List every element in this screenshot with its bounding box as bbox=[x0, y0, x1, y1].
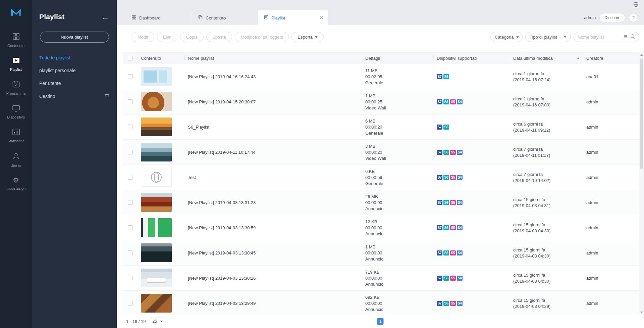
detail-duration: 00:00:00 bbox=[365, 225, 383, 231]
row-checkbox[interactable] bbox=[128, 301, 132, 306]
panel-item-playlist-personale[interactable]: playlist personale bbox=[39, 64, 109, 77]
playlist-name[interactable]: [New Playlist] 2019-04-03 13:30:59 bbox=[188, 225, 256, 230]
new-playlist-button[interactable]: Nuova playlist bbox=[40, 32, 109, 43]
close-tab-icon[interactable]: × bbox=[320, 15, 323, 20]
trash-icon[interactable] bbox=[105, 93, 109, 99]
content-grid-icon bbox=[12, 33, 20, 41]
table-row[interactable]: [New Playlist] 2019-04-03 13:30:45 1 MB … bbox=[123, 240, 639, 266]
playlist-thumbnail[interactable] bbox=[141, 92, 172, 111]
delete-button[interactable]: Elim bbox=[157, 32, 177, 42]
detail-type: Generale bbox=[365, 130, 383, 136]
result-range-label: 1 - 19 / 19 bbox=[126, 319, 146, 324]
scrollbar-thumb[interactable] bbox=[640, 58, 643, 169]
header-contenuto[interactable]: Contenuto bbox=[138, 52, 184, 64]
move-button[interactable]: Sposta bbox=[206, 32, 232, 42]
select-all-checkbox[interactable] bbox=[128, 56, 132, 60]
playlist-thumbnail[interactable] bbox=[141, 269, 172, 287]
playlist-type-filter-select[interactable]: Tipo di playlist bbox=[525, 32, 571, 42]
playlist-name[interactable]: [New Playlist] 2019-04-16 16:24:43 bbox=[188, 74, 256, 79]
sidebar-item-contenuto[interactable]: Contenuto bbox=[0, 28, 32, 52]
table-row[interactable]: [New Playlist] 2019-04-15 20:30:07 1 MB … bbox=[123, 89, 639, 114]
magicinfo-logo[interactable] bbox=[9, 7, 23, 19]
vertical-scrollbar[interactable] bbox=[639, 52, 644, 315]
list-filter-icon[interactable] bbox=[624, 34, 628, 40]
header-data-modifica[interactable]: Data ultima modifica bbox=[510, 52, 583, 64]
playlist-name[interactable]: [New Playlist] 2019-04-03 13:31:23 bbox=[188, 200, 256, 205]
tab-dashboard[interactable]: Dashboard bbox=[126, 10, 192, 25]
copy-button[interactable]: Copia bbox=[180, 32, 204, 42]
detail-type: Generale bbox=[365, 181, 383, 186]
table-row[interactable]: [New Playlist] 2019-04-03 13:30:59 12 KB… bbox=[123, 215, 639, 240]
table-row[interactable]: [New Playlist] 2019-04-16 16:24:43 11 MB… bbox=[123, 64, 639, 89]
device-badge-s4: S4 bbox=[457, 99, 463, 104]
playlist-name[interactable]: [New Playlist] 2019-04-03 13:29:49 bbox=[188, 301, 256, 306]
playlist-name[interactable]: S6_Playlist bbox=[188, 125, 209, 130]
sidebar-item-playlist[interactable]: Playlist bbox=[0, 52, 32, 76]
header-dettagli[interactable]: Dettagli bbox=[362, 52, 433, 64]
table-header: Contenuto Nome playlist Dettagli Disposi… bbox=[123, 52, 639, 64]
panel-item-label: playlist personale bbox=[39, 68, 75, 73]
modified-date: (2019-04-16 07:00) bbox=[513, 102, 550, 108]
row-checkbox[interactable] bbox=[128, 250, 132, 255]
playlist-name[interactable]: [New Playlist] 2019-04-03 13:30:45 bbox=[188, 250, 256, 255]
row-checkbox[interactable] bbox=[128, 276, 132, 280]
header-nome-playlist[interactable]: Nome playlist bbox=[184, 52, 362, 64]
panel-item-cestino[interactable]: Cestino bbox=[39, 90, 109, 103]
modify-button[interactable]: Modif bbox=[131, 32, 154, 42]
tab-contenuto[interactable]: Contenuto bbox=[192, 10, 258, 25]
table-row[interactable]: [New Playlist] 2019-04-11 10:17:44 3 MB … bbox=[123, 140, 639, 165]
playlist-thumbnail[interactable] bbox=[141, 143, 172, 161]
scroll-up-arrow[interactable] bbox=[639, 52, 644, 57]
sidebar-item-dispositivo[interactable]: Dispositivo bbox=[0, 100, 32, 124]
playlist-thumbnail[interactable] bbox=[141, 294, 172, 313]
sidebar-item-utente[interactable]: Utente bbox=[0, 148, 32, 172]
detail-size: 12 KB bbox=[365, 219, 383, 225]
multi-edit-button[interactable]: Modifica di più oggetti bbox=[235, 32, 289, 42]
table-row[interactable]: S6_Playlist 6 MB 00:00:20 Generale S7S6 … bbox=[123, 114, 639, 140]
panel-item-tutte-le-playlist[interactable]: Tutte le playlist bbox=[39, 51, 109, 64]
device-badges: S7S6S5S4 bbox=[437, 250, 464, 255]
sort-ascending-icon[interactable] bbox=[577, 57, 580, 59]
playlist-thumbnail[interactable] bbox=[141, 67, 172, 86]
row-checkbox[interactable] bbox=[128, 175, 132, 180]
playlist-thumbnail[interactable] bbox=[141, 243, 172, 262]
table-row[interactable]: [New Playlist] 2019-04-03 13:29:49 682 K… bbox=[123, 291, 639, 315]
sidebar-item-programma[interactable]: Programma bbox=[0, 76, 32, 100]
playlist-thumbnail[interactable] bbox=[141, 218, 172, 237]
header-creatore[interactable]: Creatore bbox=[583, 52, 639, 64]
header-dispositivi[interactable]: Dispositivi supportati bbox=[433, 52, 510, 64]
playlist-name[interactable]: [New Playlist] 2019-04-15 20:30:07 bbox=[188, 99, 256, 104]
tab-playlist[interactable]: Playlist × bbox=[258, 10, 328, 25]
playlist-thumbnail[interactable] bbox=[141, 193, 172, 212]
table-row[interactable]: Test 6 KB 00:00:59 Generale S7S6S5S4 cir… bbox=[123, 165, 639, 190]
row-checkbox[interactable] bbox=[128, 150, 132, 154]
playlist-thumbnail[interactable] bbox=[141, 168, 172, 187]
row-checkbox[interactable] bbox=[128, 74, 132, 79]
table-row[interactable]: [New Playlist] 2019-04-03 13:30:26 719 K… bbox=[123, 266, 639, 291]
search-icon[interactable] bbox=[630, 34, 635, 40]
pagination-page-1[interactable]: 1 bbox=[377, 318, 384, 325]
category-filter-select[interactable]: Categoria bbox=[490, 32, 523, 42]
playlist-name[interactable]: [New Playlist] 2019-04-11 10:17:44 bbox=[188, 150, 255, 155]
schedule-calendar-icon bbox=[12, 81, 20, 89]
row-checkbox[interactable] bbox=[128, 99, 132, 104]
search-input[interactable] bbox=[578, 35, 621, 40]
sidebar-item-impostazioni[interactable]: ⚙ Impostazioni bbox=[0, 172, 32, 195]
collapse-panel-arrow-icon[interactable]: ← bbox=[101, 13, 109, 20]
table-row[interactable]: [New Playlist] 2019-04-03 13:31:23 26 MB… bbox=[123, 190, 639, 215]
help-button[interactable]: ? bbox=[629, 13, 638, 22]
globe-icon[interactable] bbox=[633, 2, 639, 8]
playlist-name[interactable]: [New Playlist] 2019-04-03 13:30:26 bbox=[188, 276, 256, 281]
row-checkbox[interactable] bbox=[128, 225, 132, 230]
panel-item-per-utente[interactable]: Per utente bbox=[39, 77, 109, 90]
export-button[interactable]: Esporta bbox=[291, 32, 324, 42]
row-checkbox[interactable] bbox=[128, 200, 132, 205]
sidebar-item-statistiche[interactable]: Statistiche bbox=[0, 124, 32, 148]
scroll-down-arrow[interactable] bbox=[639, 310, 644, 315]
playlist-thumbnail[interactable] bbox=[141, 118, 172, 136]
logout-button[interactable]: Disconn. bbox=[599, 13, 625, 22]
page-size-select[interactable]: 25 bbox=[150, 318, 165, 325]
row-checkbox[interactable] bbox=[128, 125, 132, 129]
playlist-name[interactable]: Test bbox=[188, 175, 196, 180]
modified-relative: circa 6 giorni fa bbox=[513, 121, 550, 127]
